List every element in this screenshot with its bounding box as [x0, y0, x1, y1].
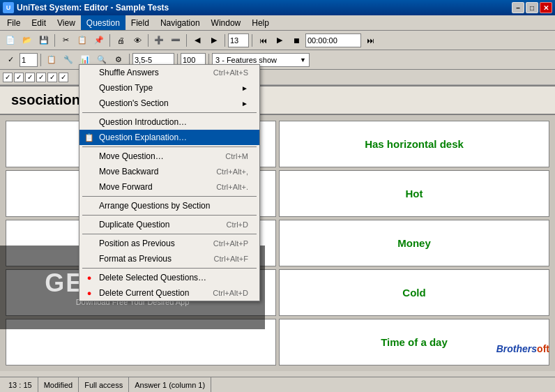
sep7 [40, 54, 41, 66]
status-bar: 13 : 15 Modified Full access Answer 1 (c… [0, 377, 555, 392]
question-number-input[interactable] [228, 33, 249, 47]
chk1[interactable]: ✓ [3, 73, 13, 82]
ctx-sep3 [82, 196, 257, 197]
chk5[interactable]: ✓ [47, 73, 57, 82]
print-btn[interactable]: 🖨 [113, 33, 128, 48]
sep6 [252, 34, 252, 47]
ctx-sep5 [82, 234, 257, 234]
ctx-arrange-questions[interactable]: Arrange Questions by Section [79, 198, 259, 213]
ctx-sep6 [82, 268, 257, 269]
window-title: UniTest System: Editor - Sample Tests [17, 3, 169, 13]
sep5 [225, 34, 225, 47]
sep4 [186, 34, 187, 47]
match-cell-right-2[interactable]: Hot [279, 170, 549, 217]
cut-btn[interactable]: ✂ [58, 33, 73, 48]
status-access: Full access [79, 377, 129, 392]
chk3[interactable]: ✓ [25, 73, 35, 82]
menu-file[interactable]: File [1, 15, 26, 30]
close-button[interactable]: ✕ [540, 2, 552, 13]
context-menu: Shuffle Answers Ctrl+Alt+S Question Type… [79, 64, 260, 301]
paste-btn[interactable]: 📌 [91, 33, 107, 48]
back-btn[interactable]: ◀ [190, 33, 205, 48]
copy-btn[interactable]: 📋 [75, 33, 90, 48]
sep2 [109, 34, 110, 47]
menu-view[interactable]: View [52, 15, 81, 30]
menu-question[interactable]: Question [81, 15, 126, 30]
sep3 [148, 34, 149, 47]
media-start[interactable]: ⏮ [255, 33, 271, 48]
page-num-input[interactable] [20, 53, 38, 67]
menu-edit[interactable]: Edit [26, 15, 52, 30]
title-bar: U UniTest System: Editor - Sample Tests … [0, 0, 555, 15]
ctx-move-backward[interactable]: Move Backward Ctrl+Alt+, [79, 164, 259, 179]
sep1 [54, 34, 55, 47]
minimize-button[interactable]: – [512, 2, 524, 13]
delete-current-icon: ● [84, 287, 95, 299]
new-btn[interactable]: 📄 [3, 33, 18, 48]
add-btn[interactable]: ➕ [151, 33, 167, 48]
ctx-sep2 [82, 146, 257, 147]
save-btn[interactable]: 💾 [36, 33, 52, 48]
media-play[interactable]: ▶ [272, 33, 287, 48]
match-cell-right-1[interactable]: Has horizontal desk [279, 121, 549, 167]
status-answer: Answer 1 (column 1) [129, 377, 211, 392]
tb2-btn3[interactable]: 🔧 [61, 52, 76, 68]
toolbar-1: 📄 📂 💾 ✂ 📋 📌 🖨 👁 ➕ ➖ ◀ ▶ ⏮ ▶ ⏹ ⏭ [0, 31, 555, 50]
ctx-delete-current[interactable]: ● Delete Current Question Ctrl+Alt+D [79, 285, 259, 301]
time-input[interactable] [305, 33, 361, 47]
chk4[interactable]: ✓ [36, 73, 46, 82]
app-icon: U [3, 2, 14, 13]
delete-selected-icon: ● [84, 272, 95, 283]
ctx-question-type[interactable]: Question Type ► [79, 80, 259, 96]
open-btn[interactable]: 📂 [20, 33, 35, 48]
maximize-button[interactable]: □ [526, 2, 538, 13]
ctx-move-forward[interactable]: Move Forward Ctrl+Alt+. [79, 179, 259, 195]
del-btn[interactable]: ➖ [168, 33, 183, 48]
ctx-move-question[interactable]: Move Question… Ctrl+M [79, 149, 259, 164]
media-stop[interactable]: ⏹ [289, 33, 304, 48]
menu-window[interactable]: Window [206, 15, 247, 30]
tb2-btn1[interactable]: ✓ [3, 52, 18, 68]
menu-field[interactable]: Field [126, 15, 155, 30]
match-cell-right-3[interactable]: Money [279, 220, 549, 266]
ctx-shuffle-answers[interactable]: Shuffle Answers Ctrl+Alt+S [79, 65, 259, 80]
status-modified: Modified [38, 377, 79, 392]
ctx-delete-selected[interactable]: ● Delete Selected Questions… [79, 270, 259, 285]
ctx-position-as-previous[interactable]: Position as Previous Ctrl+Alt+P [79, 236, 259, 251]
chk2[interactable]: ✓ [14, 73, 24, 82]
status-pos: 13 : 15 [3, 377, 38, 392]
match-cell-right-5[interactable]: Time of a day [279, 319, 549, 365]
explanation-icon: 📋 [84, 132, 95, 143]
brothersoft-logo: Brothersoft [496, 343, 549, 354]
menu-help[interactable]: Help [246, 15, 275, 30]
ctx-sep4 [82, 215, 257, 216]
tb2-btn2[interactable]: 📋 [44, 52, 59, 68]
match-cell-right-4[interactable]: Cold [279, 269, 549, 316]
media-end[interactable]: ⏭ [363, 33, 378, 48]
chk6[interactable]: ✓ [59, 73, 68, 82]
fwd-btn[interactable]: ▶ [206, 33, 222, 48]
preview-btn[interactable]: 👁 [130, 33, 145, 48]
ctx-duplicate-question[interactable]: Duplicate Question Ctrl+D [79, 217, 259, 232]
ctx-question-explanation[interactable]: 📋 Question Explanation… [79, 130, 259, 145]
ctx-format-as-previous[interactable]: Format as Previous Ctrl+Alt+F [79, 251, 259, 266]
ctx-question-intro[interactable]: Question Introduction… [79, 114, 259, 130]
menu-bar: File Edit View Question Field Navigation… [0, 15, 555, 31]
ctx-sep1 [82, 112, 257, 113]
menu-navigation[interactable]: Navigation [155, 15, 206, 30]
ctx-questions-section[interactable]: Question's Section ► [79, 96, 259, 111]
